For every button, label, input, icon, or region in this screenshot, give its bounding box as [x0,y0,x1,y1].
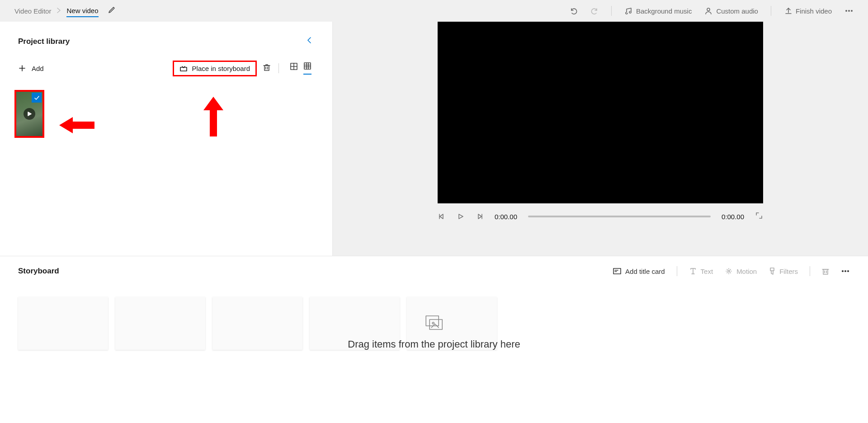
delete-media-button[interactable] [263,63,270,73]
storyboard-delete-button[interactable] [822,267,829,275]
svg-rect-7 [264,66,269,70]
play-button[interactable] [457,212,465,221]
storyboard-more-button[interactable] [841,267,850,275]
storyboard-panel: Storyboard Add title card Text Motion Fi… [0,256,868,423]
motion-button[interactable]: Motion [725,267,757,275]
svg-marker-25 [478,214,481,219]
filters-label: Filters [779,268,798,275]
svg-point-3 [851,10,852,11]
prev-frame-button[interactable] [438,212,446,221]
seek-bar[interactable] [528,216,711,217]
svg-point-40 [848,271,849,272]
collapse-library-icon[interactable] [304,34,314,48]
place-icon [179,65,188,72]
library-heading: Project library [18,37,70,46]
project-title[interactable]: New video [66,7,98,17]
svg-rect-14 [304,63,311,69]
separator [810,266,810,276]
svg-rect-34 [823,269,828,274]
svg-point-0 [707,8,710,11]
svg-point-38 [842,271,844,272]
motion-label: Motion [736,268,757,275]
edit-title-icon[interactable] [108,6,116,16]
storyboard-hint-text: Drag items from the project library here [348,338,520,350]
main-area: Project library Add Place in storyboard [0,22,868,256]
separator [771,6,771,16]
svg-marker-22 [440,214,443,219]
video-preview[interactable] [438,22,763,203]
custom-audio-button[interactable]: Custom audio [704,7,758,15]
breadcrumb: Video Editor New video [14,5,99,17]
svg-marker-24 [459,214,463,219]
background-music-button[interactable]: Background music [624,7,692,15]
svg-rect-27 [613,268,621,274]
place-label: Place in storyboard [192,65,250,72]
library-header: Project library [0,22,332,58]
library-clip[interactable] [14,90,44,138]
svg-point-43 [432,322,434,324]
add-media-button[interactable]: Add [18,64,44,72]
undo-button[interactable] [570,7,578,15]
redo-button[interactable] [590,7,599,15]
background-music-label: Background music [636,7,692,15]
text-label: Text [701,268,713,275]
storyboard-slot[interactable] [18,297,108,350]
media-icon [423,314,445,332]
storyboard-slot[interactable] [212,297,302,350]
finish-video-button[interactable]: Finish video [784,7,832,15]
play-overlay-icon [24,108,35,120]
svg-marker-20 [59,117,94,133]
svg-rect-41 [426,316,439,326]
add-title-card-label: Add title card [625,268,665,275]
library-toolbar: Add Place in storyboard [0,58,332,78]
annotation-arrow-up [203,97,224,136]
storyboard-hint: Drag items from the project library here [348,314,520,350]
storyboard-heading: Storyboard [18,267,59,276]
add-label: Add [32,65,44,72]
current-time: 0:00.00 [495,213,517,221]
place-in-storyboard-button[interactable]: Place in storyboard [173,61,257,76]
separator [677,266,677,276]
top-bar: Video Editor New video Background music … [0,0,868,22]
selected-check-icon [32,93,42,103]
storyboard-slot[interactable] [115,297,205,350]
svg-rect-33 [770,268,774,271]
storyboard-track[interactable]: Drag items from the project library here [18,297,850,350]
svg-marker-21 [203,97,223,136]
separator [278,63,279,73]
preview-panel: 0:00.00 0:00.00 [333,22,868,256]
svg-point-32 [728,270,730,272]
finish-video-label: Finish video [796,7,832,15]
svg-point-39 [845,271,846,272]
text-button[interactable]: Text [689,268,713,275]
grid-large-button[interactable] [290,62,298,74]
svg-point-2 [849,10,849,11]
top-actions: Background music Custom audio Finish vid… [570,6,854,16]
breadcrumb-root[interactable]: Video Editor [14,7,51,15]
custom-audio-label: Custom audio [716,7,758,15]
chevron-right-icon [57,7,61,15]
annotation-arrow-left [59,115,94,135]
project-library-panel: Project library Add Place in storyboard [0,22,333,256]
fullscreen-button[interactable] [755,212,763,221]
svg-marker-19 [28,112,31,116]
total-time: 0:00.00 [722,213,744,221]
more-button[interactable] [844,7,854,15]
filters-button[interactable]: Filters [769,267,798,275]
add-title-card-button[interactable]: Add title card [613,268,665,275]
storyboard-actions: Add title card Text Motion Filters [613,266,850,276]
svg-point-1 [846,10,847,11]
plus-icon [18,64,26,72]
storyboard-header: Storyboard Add title card Text Motion Fi… [18,266,850,276]
next-frame-button[interactable] [476,212,484,221]
grid-small-button[interactable] [303,62,311,75]
separator [611,6,612,16]
library-grid [0,78,332,150]
playback-controls: 0:00.00 0:00.00 [438,203,763,230]
